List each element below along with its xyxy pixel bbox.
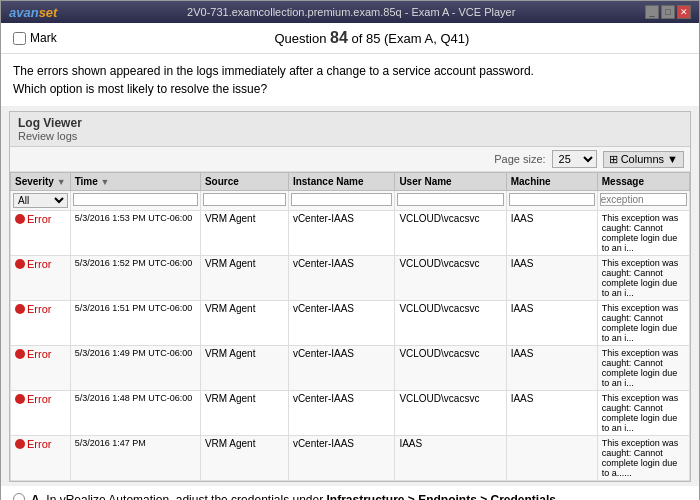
- cell-severity: Error: [11, 436, 71, 481]
- col-instance[interactable]: Instance Name: [288, 173, 395, 191]
- filter-time[interactable]: [70, 191, 200, 211]
- exam-info: (Exam A, Q41): [384, 31, 469, 46]
- page-size-select[interactable]: 25 50 100: [552, 150, 597, 168]
- cell-message: This exception was caught: Cannot comple…: [597, 436, 689, 481]
- cell-message: This exception was caught: Cannot comple…: [597, 211, 689, 256]
- table-row: Error 5/3/2016 1:53 PM UTC-06:00 VRM Age…: [11, 211, 690, 256]
- cell-message: This exception was caught: Cannot comple…: [597, 346, 689, 391]
- cell-message: This exception was caught: Cannot comple…: [597, 391, 689, 436]
- col-machine[interactable]: Machine: [506, 173, 597, 191]
- filter-source[interactable]: [200, 191, 288, 211]
- columns-button[interactable]: ⊞ Columns ▼: [603, 151, 684, 168]
- cell-severity: Error: [11, 256, 71, 301]
- cell-instance: vCenter-IAAS: [288, 211, 395, 256]
- mark-checkbox[interactable]: [13, 32, 26, 45]
- answer-radio-0[interactable]: [13, 493, 25, 500]
- question-total: 85: [366, 31, 380, 46]
- log-table: Severity ▼ Time ▼ Source Instance Name U…: [10, 172, 690, 481]
- cell-instance: vCenter-IAAS: [288, 391, 395, 436]
- title-bar-left: avanset: [9, 5, 57, 20]
- cell-user: VCLOUD\vcacsvc: [395, 301, 506, 346]
- cell-machine: IAAS: [506, 346, 597, 391]
- columns-icon: ⊞: [609, 153, 618, 165]
- mark-label: Mark: [30, 31, 57, 45]
- main-window: avanset 2V0-731.examcollection.premium.e…: [0, 0, 700, 500]
- cell-user: VCLOUD\vcacsvc: [395, 211, 506, 256]
- cell-severity: Error: [11, 301, 71, 346]
- col-time[interactable]: Time ▼: [70, 173, 200, 191]
- cell-time: 5/3/2016 1:52 PM UTC-06:00: [70, 256, 200, 301]
- question-line2: Which option is most likely to resolve t…: [13, 80, 687, 98]
- window-controls: _ □ ✕: [645, 5, 691, 19]
- question-of: of: [351, 31, 365, 46]
- col-severity[interactable]: Severity ▼: [11, 173, 71, 191]
- cell-user: IAAS: [395, 436, 506, 481]
- cell-machine: IAAS: [506, 391, 597, 436]
- table-row: Error 5/3/2016 1:52 PM UTC-06:00 VRM Age…: [11, 256, 690, 301]
- question-header: Mark Question 84 of 85 (Exam A, Q41): [1, 23, 699, 54]
- cell-severity: Error: [11, 346, 71, 391]
- col-user[interactable]: User Name: [395, 173, 506, 191]
- log-table-body: Error 5/3/2016 1:53 PM UTC-06:00 VRM Age…: [11, 211, 690, 481]
- filter-severity[interactable]: All: [11, 191, 71, 211]
- table-header-row: Severity ▼ Time ▼ Source Instance Name U…: [11, 173, 690, 191]
- table-row: Error 5/3/2016 1:51 PM UTC-06:00 VRM Age…: [11, 301, 690, 346]
- minimize-button[interactable]: _: [645, 5, 659, 19]
- question-line1: The errors shown appeared in the logs im…: [13, 62, 687, 80]
- question-label: Question: [274, 31, 326, 46]
- log-viewer-header: Log Viewer Review logs: [10, 112, 690, 147]
- col-source[interactable]: Source: [200, 173, 288, 191]
- table-row: Error 5/3/2016 1:47 PM VRM Agent vCenter…: [11, 436, 690, 481]
- log-toolbar: Page size: 25 50 100 ⊞ Columns ▼: [10, 147, 690, 172]
- columns-arrow: ▼: [667, 153, 678, 165]
- cell-instance: vCenter-IAAS: [288, 256, 395, 301]
- cell-user: VCLOUD\vcacsvc: [395, 391, 506, 436]
- logo: avanset: [9, 5, 57, 20]
- title-bar: avanset 2V0-731.examcollection.premium.e…: [1, 1, 699, 23]
- cell-machine: [506, 436, 597, 481]
- log-viewer: Log Viewer Review logs Page size: 25 50 …: [9, 111, 691, 482]
- table-row: Error 5/3/2016 1:49 PM UTC-06:00 VRM Age…: [11, 346, 690, 391]
- filter-message[interactable]: [597, 191, 689, 211]
- cell-severity: Error: [11, 391, 71, 436]
- cell-instance: vCenter-IAAS: [288, 301, 395, 346]
- cell-machine: IAAS: [506, 256, 597, 301]
- cell-machine: IAAS: [506, 301, 597, 346]
- cell-source: VRM Agent: [200, 436, 288, 481]
- cell-message: This exception was caught: Cannot comple…: [597, 256, 689, 301]
- log-table-area: Severity ▼ Time ▼ Source Instance Name U…: [10, 172, 690, 481]
- maximize-button[interactable]: □: [661, 5, 675, 19]
- cell-instance: vCenter-IAAS: [288, 436, 395, 481]
- cell-machine: IAAS: [506, 211, 597, 256]
- filter-row: All: [11, 191, 690, 211]
- mark-checkbox-area[interactable]: Mark: [13, 31, 57, 45]
- close-button[interactable]: ✕: [677, 5, 691, 19]
- page-size-label: Page size:: [494, 153, 545, 165]
- cell-source: VRM Agent: [200, 211, 288, 256]
- question-number: 84: [330, 29, 348, 46]
- answer-option-0[interactable]: A. In vRealize Automation, adjust the cr…: [13, 492, 687, 500]
- cell-user: VCLOUD\vcacsvc: [395, 256, 506, 301]
- answers-container: A. In vRealize Automation, adjust the cr…: [13, 492, 687, 500]
- table-row: Error 5/3/2016 1:48 PM UTC-06:00 VRM Age…: [11, 391, 690, 436]
- cell-severity: Error: [11, 211, 71, 256]
- cell-time: 5/3/2016 1:48 PM UTC-06:00: [70, 391, 200, 436]
- filter-instance[interactable]: [288, 191, 395, 211]
- cell-time: 5/3/2016 1:49 PM UTC-06:00: [70, 346, 200, 391]
- log-viewer-subtitle: Review logs: [18, 130, 682, 142]
- log-viewer-title: Log Viewer: [18, 116, 682, 130]
- cell-source: VRM Agent: [200, 256, 288, 301]
- cell-time: 5/3/2016 1:51 PM UTC-06:00: [70, 301, 200, 346]
- cell-source: VRM Agent: [200, 391, 288, 436]
- cell-source: VRM Agent: [200, 346, 288, 391]
- window-title: 2V0-731.examcollection.premium.exam.85q …: [187, 6, 515, 18]
- filter-user[interactable]: [395, 191, 506, 211]
- cell-time: 5/3/2016 1:53 PM UTC-06:00: [70, 211, 200, 256]
- cell-source: VRM Agent: [200, 301, 288, 346]
- question-text: The errors shown appeared in the logs im…: [1, 54, 699, 107]
- answers-section: A. In vRealize Automation, adjust the cr…: [1, 486, 699, 500]
- question-info: Question 84 of 85 (Exam A, Q41): [57, 29, 687, 47]
- columns-label: Columns: [621, 153, 664, 165]
- col-message[interactable]: Message: [597, 173, 689, 191]
- filter-machine[interactable]: [506, 191, 597, 211]
